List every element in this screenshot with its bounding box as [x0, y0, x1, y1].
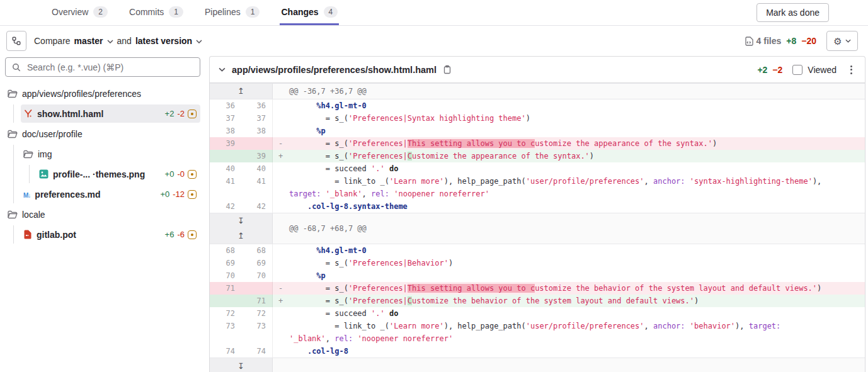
- image-file-icon: [39, 169, 49, 179]
- tree-file-show-html-haml[interactable]: show.html.haml+2-2: [21, 104, 200, 123]
- expand-down-button[interactable]: ↧: [210, 213, 272, 228]
- copy-path-icon[interactable]: [443, 65, 452, 74]
- old-line-number[interactable]: 71: [210, 282, 241, 295]
- new-line-number[interactable]: 68: [241, 244, 273, 257]
- mark-as-done-button[interactable]: Mark as done: [757, 3, 829, 22]
- source-branch-dropdown[interactable]: master: [74, 36, 103, 46]
- tab-count-badge: 2: [93, 6, 108, 18]
- tree-children: imgprofile-... ·themes.png+0-0M↓preferen…: [13, 145, 200, 203]
- compare-label: Compare: [34, 36, 71, 46]
- viewed-checkbox[interactable]: [792, 65, 802, 75]
- tab-count-badge: 1: [246, 6, 260, 18]
- viewed-toggle[interactable]: Viewed: [792, 65, 837, 75]
- folder-open-icon: [8, 210, 18, 219]
- file-change-stats: +0-0: [165, 169, 197, 179]
- modified-file-badge: [188, 230, 197, 239]
- diff-line-40: 4040 = succeed '.' do: [210, 162, 865, 175]
- old-line-number[interactable]: 36: [210, 99, 241, 112]
- new-line-number[interactable]: 42: [241, 200, 273, 213]
- file-search-input[interactable]: [26, 62, 193, 73]
- new-line-number[interactable]: 72: [241, 307, 273, 320]
- tree-folder-img[interactable]: img: [21, 145, 200, 163]
- tree-file-preferences-md[interactable]: M↓preferences.md+0-12: [21, 185, 200, 203]
- new-line-number[interactable]: 69: [241, 257, 273, 269]
- tree-file-profile-themes-png[interactable]: profile-... ·themes.png+0-0: [37, 165, 200, 183]
- new-line-number[interactable]: 38: [241, 125, 273, 137]
- new-line-number[interactable]: 40: [241, 162, 273, 175]
- diff-line-70: 7070 %p: [210, 269, 865, 282]
- collapse-file-chevron-icon[interactable]: [219, 67, 226, 72]
- hunk-footer-spacer: [273, 358, 289, 372]
- file-options-kebab-menu[interactable]: [847, 63, 856, 77]
- gear-icon: ⚙: [833, 37, 842, 46]
- old-line-number[interactable]: 68: [210, 244, 241, 257]
- new-line-number[interactable]: 71: [241, 295, 273, 307]
- new-line-number[interactable]: 70: [241, 269, 273, 282]
- hunk-header-text: @@ -36,7 +36,7 @@: [273, 84, 367, 99]
- old-line-number[interactable]: 42: [210, 200, 241, 213]
- code-content: + = s_('Preferences|Customize the appear…: [273, 150, 865, 162]
- hunk-header-row: ↥@@ -36,7 +36,7 @@: [210, 83, 865, 99]
- old-line-number[interactable]: 38: [210, 125, 241, 137]
- expand-up-button[interactable]: ↥: [210, 84, 272, 99]
- line-marker: -: [278, 137, 283, 150]
- line-marker: -: [278, 282, 283, 295]
- toolbar-right: 4 files +8 −20 ⚙: [745, 31, 858, 51]
- total-additions: +8: [786, 36, 796, 46]
- old-line-number[interactable]: 72: [210, 307, 241, 320]
- old-line-number[interactable]: 40: [210, 162, 241, 175]
- diff-file-path[interactable]: app/views/profiles/preferences/show.html…: [232, 65, 437, 75]
- code-content: %p: [273, 125, 865, 137]
- hunk-expanders: ↧↥: [210, 213, 273, 244]
- code-content: %h4.gl-mt-0: [273, 244, 865, 257]
- expand-up-button[interactable]: ↥: [210, 228, 272, 244]
- code-content: .col-lg-8.syntax-theme: [273, 200, 865, 213]
- new-line-number[interactable]: 74: [241, 345, 273, 358]
- old-line-number[interactable]: 70: [210, 269, 241, 282]
- old-line-number[interactable]: 39: [210, 137, 241, 150]
- old-line-number[interactable]: [210, 150, 241, 162]
- old-line-number[interactable]: 73: [210, 320, 241, 345]
- new-line-number[interactable]: 73: [241, 320, 273, 345]
- folder-name: locale: [22, 210, 45, 220]
- tree-folder-app-views-profiles-preferences[interactable]: app/views/profiles/preferences: [5, 84, 200, 103]
- tab-changes[interactable]: Changes 4: [280, 0, 339, 25]
- old-line-number[interactable]: 69: [210, 257, 241, 269]
- expand-down-button[interactable]: ↧: [210, 359, 272, 372]
- old-line-number[interactable]: [210, 295, 241, 307]
- files-summary: 4 files +8 −20: [745, 36, 816, 46]
- diff-settings-button[interactable]: ⚙: [826, 31, 858, 51]
- file-change-stats: +2 −2: [757, 65, 782, 75]
- old-line-number[interactable]: 37: [210, 112, 241, 125]
- tab-commits[interactable]: Commits 1: [128, 0, 185, 25]
- code-content: %h4.gl-mt-0: [273, 99, 865, 112]
- tree-file-gitlab-pot[interactable]: gitlab.pot+6-6: [21, 225, 200, 244]
- old-line-number[interactable]: 74: [210, 345, 241, 358]
- pot-file-icon: [23, 230, 32, 239]
- chevron-down-icon[interactable]: [107, 40, 113, 43]
- new-line-number[interactable]: [241, 282, 273, 295]
- old-line-number[interactable]: 41: [210, 175, 241, 200]
- folder-name: img: [38, 149, 52, 159]
- markdown-icon: M↓: [23, 192, 30, 199]
- tab-label: Pipelines: [205, 7, 241, 17]
- new-line-number[interactable]: [241, 137, 273, 150]
- new-line-number[interactable]: 37: [241, 112, 273, 125]
- file-search-box[interactable]: [5, 57, 200, 77]
- new-line-number[interactable]: 36: [241, 99, 273, 112]
- file-tree-toggle-button[interactable]: [6, 31, 26, 51]
- chevron-down-icon[interactable]: [196, 40, 202, 43]
- new-line-number[interactable]: 39: [241, 150, 273, 162]
- tab-pipelines[interactable]: Pipelines 1: [203, 0, 261, 25]
- tab-count-badge: 1: [169, 6, 183, 18]
- files-count: 4 files: [745, 36, 782, 46]
- new-line-number[interactable]: 41: [241, 175, 273, 200]
- line-marker: +: [278, 295, 283, 307]
- tab-overview[interactable]: Overview 2: [50, 0, 109, 25]
- tab-label: Changes: [281, 7, 318, 17]
- file-tree-sidebar: app/views/profiles/preferencesshow.html.…: [0, 56, 204, 245]
- tree-folder-doc-user-profile[interactable]: doc/user/profile: [5, 125, 200, 143]
- folder-open-icon: [8, 130, 18, 138]
- target-version-dropdown[interactable]: latest version: [135, 36, 192, 46]
- tree-folder-locale[interactable]: locale: [5, 205, 200, 223]
